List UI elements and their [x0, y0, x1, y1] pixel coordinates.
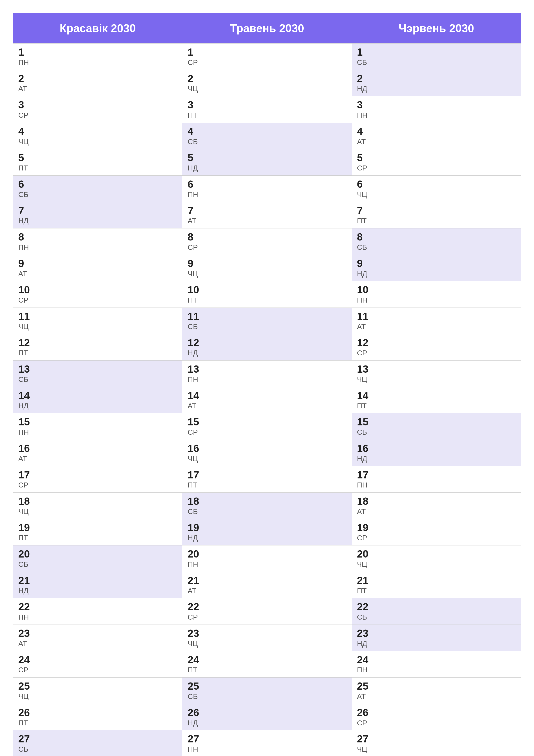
day-number: 15: [18, 417, 177, 428]
day-number: 7: [18, 205, 177, 217]
day-cell-june-15: 16НД: [352, 440, 521, 466]
day-number: 20: [18, 549, 177, 560]
day-row-8: 9АТ9ЧЦ9НД: [13, 255, 521, 281]
day-row-5: 6СБ6ПН6ЧЦ: [13, 176, 521, 202]
day-number: 11: [18, 311, 177, 322]
day-number: 13: [188, 364, 346, 375]
day-cell-april-23: 24СР: [13, 651, 182, 678]
day-cell-may-12: 13ПН: [182, 361, 352, 387]
day-row-26: 27СБ27ПН27ЧЦ: [13, 730, 521, 756]
day-name: ЧЦ: [188, 84, 346, 93]
day-number: 10: [18, 284, 177, 296]
day-cell-may-20: 21АТ: [182, 572, 352, 598]
day-number: 3: [357, 99, 516, 111]
day-cell-june-22: 23НД: [352, 625, 521, 651]
day-name: СР: [188, 613, 346, 622]
day-number: 7: [188, 205, 346, 217]
day-cell-may-4: 5НД: [182, 149, 352, 176]
day-row-15: 16АТ16ЧЦ16НД: [13, 440, 521, 466]
day-cell-april-12: 13СБ: [13, 361, 182, 387]
day-number: 4: [188, 126, 346, 137]
day-cell-may-3: 4СБ: [182, 123, 352, 149]
day-number: 23: [18, 628, 177, 639]
day-number: 8: [188, 231, 346, 243]
day-cell-june-11: 12СР: [352, 334, 521, 361]
day-cell-june-26: 27ЧЦ: [352, 730, 521, 756]
body-rows: 1ПН1СР1СБ2АТ2ЧЦ2НД3СР3ПТ3ПН4ЧЦ4СБ4АТ5ПТ5…: [13, 43, 521, 756]
day-row-1: 2АТ2ЧЦ2НД: [13, 70, 521, 96]
day-number: 15: [188, 417, 346, 428]
day-name: ПТ: [18, 164, 177, 173]
day-name: ПТ: [18, 718, 177, 727]
day-number: 22: [357, 601, 516, 613]
day-number: 26: [188, 707, 346, 718]
day-number: 3: [18, 99, 177, 111]
day-number: 2: [357, 73, 516, 85]
day-name: НД: [188, 533, 346, 542]
day-number: 12: [18, 337, 177, 349]
day-name: НД: [357, 84, 516, 93]
day-cell-april-16: 17СР: [13, 466, 182, 493]
day-number: 24: [18, 654, 177, 666]
day-name: ПТ: [188, 665, 346, 674]
day-name: НД: [18, 401, 177, 410]
day-cell-june-6: 7ПТ: [352, 202, 521, 229]
day-number: 14: [18, 390, 177, 401]
day-name: СР: [357, 164, 516, 173]
header-cell-1: Травень 2030: [182, 13, 352, 43]
header-row: Красавік 2030Травень 2030Чэрвень 2030: [13, 13, 521, 43]
day-cell-june-5: 6ЧЦ: [352, 176, 521, 202]
day-number: 21: [357, 575, 516, 586]
day-name: АТ: [18, 454, 177, 463]
day-cell-june-8: 9НД: [352, 255, 521, 281]
day-number: 21: [188, 575, 346, 586]
day-number: 27: [18, 733, 177, 745]
day-cell-june-20: 21ПТ: [352, 572, 521, 598]
day-cell-may-22: 23ЧЦ: [182, 625, 352, 651]
day-number: 24: [188, 654, 346, 666]
day-number: 5: [357, 152, 516, 164]
day-cell-may-16: 17ПТ: [182, 466, 352, 493]
day-cell-june-10: 11АТ: [352, 308, 521, 334]
day-row-19: 20СБ20ПН20ЧЦ: [13, 545, 521, 572]
day-name: АТ: [18, 269, 177, 278]
day-number: 9: [357, 258, 516, 269]
day-name: ПН: [18, 243, 177, 252]
day-cell-may-18: 19НД: [182, 519, 352, 546]
day-name: ЧЦ: [188, 269, 346, 278]
day-number: 7: [357, 205, 516, 217]
day-number: 13: [18, 364, 177, 375]
day-row-16: 17СР17ПТ17ПН: [13, 466, 521, 493]
day-name: ПТ: [357, 401, 516, 410]
day-name: СР: [357, 718, 516, 727]
day-cell-april-14: 15ПН: [13, 413, 182, 440]
day-row-14: 15ПН15СР15СБ: [13, 413, 521, 440]
day-cell-may-9: 10ПТ: [182, 281, 352, 308]
day-number: 15: [357, 417, 516, 428]
day-number: 25: [18, 681, 177, 692]
day-row-21: 22ПН22СР22СБ: [13, 598, 521, 625]
header-cell-0: Красавік 2030: [13, 13, 182, 43]
day-cell-april-4: 5ПТ: [13, 149, 182, 176]
day-row-7: 8ПН8СР8СБ: [13, 228, 521, 255]
day-cell-april-7: 8ПН: [13, 229, 182, 255]
day-name: СБ: [188, 137, 346, 146]
day-cell-may-21: 22СР: [182, 598, 352, 625]
day-row-17: 18ЧЦ18СБ18АТ: [13, 493, 521, 519]
day-number: 9: [188, 258, 346, 269]
day-number: 18: [188, 496, 346, 507]
day-name: СР: [18, 665, 177, 674]
day-row-6: 7НД7АТ7ПТ: [13, 202, 521, 229]
day-cell-may-15: 16ЧЦ: [182, 440, 352, 466]
day-name: НД: [188, 718, 346, 727]
day-cell-june-12: 13ЧЦ: [352, 361, 521, 387]
day-name: ПН: [357, 665, 516, 674]
day-cell-april-24: 25ЧЦ: [13, 678, 182, 704]
day-number: 5: [188, 152, 346, 164]
day-name: ПТ: [18, 348, 177, 357]
day-row-3: 4ЧЦ4СБ4АТ: [13, 122, 521, 149]
day-cell-april-8: 9АТ: [13, 255, 182, 281]
day-name: АТ: [357, 507, 516, 516]
day-cell-may-8: 9ЧЦ: [182, 255, 352, 281]
day-name: ПН: [188, 190, 346, 199]
